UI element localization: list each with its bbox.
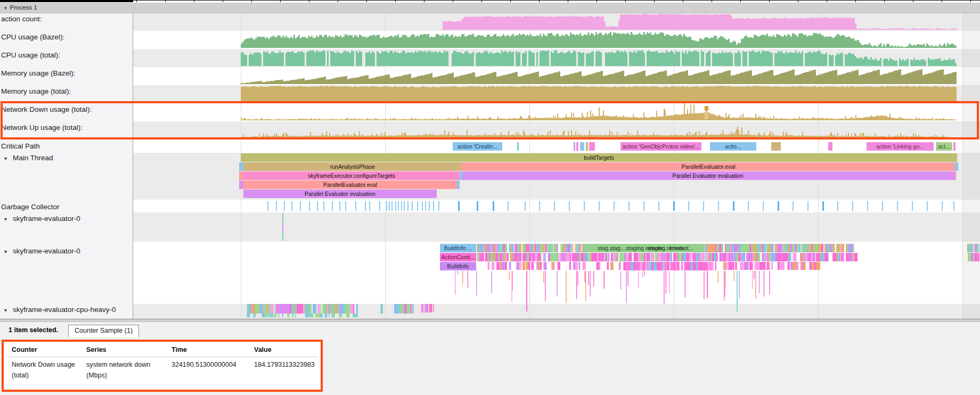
slice-action-linking-go[interactable]: action 'Linking go...	[867, 142, 934, 151]
slice[interactable]	[433, 304, 434, 311]
slice[interactable]	[239, 171, 243, 180]
process-title: Process 1	[10, 4, 37, 11]
track-label-garbage-collector: Garbage Collector	[1, 203, 60, 211]
column-header-counter[interactable]: Counter	[12, 346, 37, 353]
track-label-text: Main Thread	[13, 154, 53, 162]
track-label-text: Critical Path	[1, 142, 40, 150]
collapse-arrow-icon[interactable]: ▾	[4, 155, 13, 161]
table-header-separator	[6, 357, 318, 357]
table-cell: Network Down usage (total)	[12, 359, 84, 381]
slice-actionconti[interactable]: ActionConti...	[440, 253, 476, 261]
column-header-series[interactable]: Series	[86, 346, 107, 353]
selected-sample-marker[interactable]	[705, 106, 708, 110]
slice[interactable]	[771, 142, 781, 151]
table-cell: 324190.51300000004	[172, 359, 251, 370]
slice[interactable]	[239, 162, 243, 171]
selected-sample-band	[705, 110, 708, 119]
collapse-arrow-icon[interactable]: ▾	[4, 216, 13, 222]
track-label-text: skyframe-evaluator-0	[13, 215, 80, 223]
panel-resize-handle[interactable]	[0, 319, 980, 322]
track-label-memory-usage-bazel: Memory usage (Bazel):	[1, 69, 76, 77]
track-label-main-thread[interactable]: ▾Main Thread	[1, 154, 53, 162]
track-label-text: Network Up usage (total):	[1, 124, 83, 131]
slice[interactable]	[953, 142, 956, 151]
track-label-text: action count:	[1, 15, 42, 23]
track-label-network-down-usage-total: Network Down usage (total):	[1, 105, 92, 113]
slice-overlap-label: b.remot...	[669, 244, 693, 252]
slice[interactable]: stag...stag...staging remote...staging r…	[584, 244, 705, 252]
slice[interactable]	[589, 142, 595, 151]
track-label-skyframe-evaluator-0[interactable]: ▾skyframe-evaluator-0	[1, 215, 80, 223]
slice-buildtargets[interactable]: buildTargets	[241, 153, 957, 162]
collapse-arrow-icon[interactable]: ▾	[4, 307, 13, 313]
slice[interactable]	[422, 304, 423, 311]
slice-act[interactable]: act...	[936, 142, 952, 151]
slice-overlap-label: stag...	[610, 244, 625, 252]
track-label-skyframe-evaluator-0[interactable]: ▾skyframe-evaluator-0	[1, 247, 80, 255]
slice-actio[interactable]: actio...	[710, 142, 756, 151]
track-label-critical-path: Critical Path	[1, 142, 40, 150]
process-header[interactable]: ▾Process 1	[0, 3, 980, 13]
track-label-cpu-usage-bazel: CPU usage (Bazel):	[1, 33, 64, 41]
track-sidebar: action count:CPU usage (Bazel):CPU usage…	[0, 13, 133, 319]
table-cell: 184.1793113323983	[254, 359, 323, 370]
track-label-text: CPU usage (Bazel):	[1, 33, 64, 41]
track-label-text: Network Down usage (total):	[1, 105, 92, 113]
slice-buildinfo[interactable]: BuildInfo	[440, 262, 476, 270]
details-panel: 1 item selected. Counter Sample (1) Coun…	[0, 319, 980, 395]
trace-viewer: ▾Process 1 action count:CPU usage (Bazel…	[0, 0, 980, 395]
tab-counter-sample[interactable]: Counter Sample (1)	[68, 325, 139, 337]
slice[interactable]	[574, 142, 575, 151]
track-label-cpu-usage-total: CPU usage (total):	[1, 51, 60, 59]
column-header-time[interactable]: Time	[172, 346, 187, 353]
track-label-skyframe-evaluator-cpu-heavy-0[interactable]: ▾skyframe-evaluator-cpu-heavy-0	[1, 306, 116, 314]
slice[interactable]	[517, 142, 519, 151]
table-cell: system network down (Mbps)	[86, 359, 169, 381]
track-label-network-up-usage-total: Network Up usage (total):	[1, 124, 83, 131]
selection-status: 1 item selected.	[9, 326, 58, 334]
slice[interactable]	[955, 162, 958, 171]
slice-runanalysisphase[interactable]: runAnalysisPhase	[243, 162, 462, 171]
slice-skyframeexecutor-configuretargets[interactable]: skyframeExecutor.configureTargets	[243, 171, 460, 180]
counter-sample-table: CounterSeriesTimeValueNetwork Down usage…	[2, 340, 323, 392]
track-label-text: Garbage Collector	[1, 203, 60, 211]
slice[interactable]	[586, 142, 588, 151]
track-label-memory-usage-total: Memory usage (total):	[1, 87, 71, 95]
track-label-text: CPU usage (total):	[1, 51, 60, 59]
track-label-text: skyframe-evaluator-0	[13, 247, 80, 255]
slice[interactable]	[282, 223, 283, 232]
collapse-arrow-icon[interactable]: ▾	[4, 249, 13, 254]
slice-action-creatin[interactable]: action 'Creatin...	[453, 142, 502, 151]
slice[interactable]	[239, 180, 243, 189]
slice-parallelevaluator-eval[interactable]: ParallelEvaluator.eval	[462, 162, 955, 171]
slice-parallelevaluator-eval[interactable]: ParallelEvaluator.eval	[243, 180, 457, 189]
slice-parallel-evaluator-evaluation[interactable]: Parallel Evaluator evaluation	[462, 171, 953, 180]
track-label-text: Memory usage (Bazel):	[1, 69, 76, 77]
slice-buildinfo[interactable]: BuildInfo ...	[440, 244, 476, 252]
slice[interactable]	[276, 304, 290, 314]
slice-parallel-evaluator-evaluation[interactable]: Parallel Evaluator evaluation	[243, 190, 437, 198]
column-header-value[interactable]: Value	[254, 346, 272, 353]
track-label-text: skyframe-evaluator-cpu-heavy-0	[13, 306, 116, 314]
slice[interactable]	[580, 142, 584, 151]
track-label-text: Memory usage (total):	[1, 87, 71, 95]
slice[interactable]	[828, 142, 832, 151]
collapse-arrow-icon[interactable]: ▾	[4, 3, 7, 13]
slice[interactable]	[576, 142, 578, 151]
slice[interactable]	[953, 171, 956, 180]
slice[interactable]	[457, 180, 460, 189]
slice-action-genobjcprotos-video[interactable]: action 'GenObjcProtos video/...	[620, 142, 701, 151]
track-label-action-count: action count:	[1, 15, 42, 23]
slice[interactable]	[429, 304, 430, 311]
